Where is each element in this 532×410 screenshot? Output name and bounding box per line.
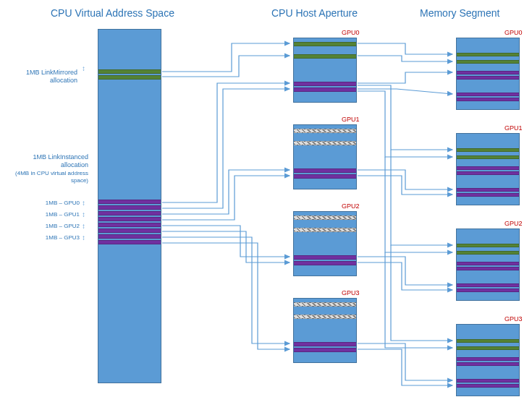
cpu-va-block (98, 29, 161, 383)
label-mirrored: 1MB LinkMirrored allocation (9, 69, 77, 85)
ms-gpu0-p0 (457, 71, 519, 74)
stripe-inst-gpu2-b (98, 229, 161, 233)
label-instanced-sub: (4MB in CPU virtual address space) (9, 170, 88, 184)
ha-gpu0-g1 (294, 54, 356, 59)
ms-gpu2-p3 (457, 289, 519, 292)
ms-gpu1-p0 (457, 166, 519, 170)
ha-gpu1-label: GPU1 (342, 116, 360, 123)
title-col3: Memory Segment (420, 7, 499, 19)
ms-gpu0-p1 (457, 76, 519, 80)
stripe-mirrored-0 (98, 69, 161, 74)
stripe-inst-gpu2-a (98, 223, 161, 227)
ha-gpu2-block (293, 211, 357, 276)
ha-gpu2-label: GPU2 (342, 202, 360, 210)
stripe-inst-gpu1-a (98, 211, 161, 215)
slot2-arrow: ↕ (82, 223, 85, 230)
arrows-overlay (0, 0, 532, 410)
ms-gpu1-block (456, 133, 520, 205)
ha-gpu2-p0 (294, 255, 356, 260)
ms-gpu3-block (456, 324, 520, 396)
ms-gpu1-p2 (457, 188, 519, 192)
stripe-mirrored-1 (98, 75, 161, 80)
ms-gpu0-block (456, 38, 520, 110)
label-slot-gpu2: 1MB – GPU2 (40, 223, 80, 229)
slot1-arrow: ↕ (82, 211, 85, 218)
ms-gpu1-g0 (457, 148, 519, 152)
slot0-arrow: ↕ (82, 200, 85, 207)
ms-gpu1-g1 (457, 155, 519, 159)
ha-gpu1-h1 (294, 141, 356, 145)
label-slot-gpu3: 1MB – GPU3 (40, 234, 80, 241)
mirrored-size-arrow: ↕ (82, 65, 85, 72)
ha-gpu2-h1 (294, 228, 356, 232)
ha-gpu1-p0 (294, 168, 356, 173)
ms-gpu0-g1 (457, 60, 519, 64)
ms-gpu1-label: GPU1 (504, 124, 523, 132)
ha-gpu1-h0 (294, 129, 356, 133)
label-slot-gpu1: 1MB – GPU1 (40, 211, 80, 218)
stripe-inst-gpu1-b (98, 217, 161, 221)
ms-gpu3-g0 (457, 339, 519, 343)
stripe-inst-gpu3-b (98, 240, 161, 244)
ha-gpu1-block (293, 124, 357, 189)
ha-gpu0-g0 (294, 42, 356, 46)
stripe-inst-gpu0-b (98, 205, 161, 210)
stripe-inst-gpu0-a (98, 200, 161, 204)
ms-gpu3-p3 (457, 384, 519, 388)
title-col2: CPU Host Aperture (271, 7, 358, 19)
ms-gpu2-p1 (457, 267, 519, 270)
ha-gpu0-p0 (294, 82, 356, 86)
ms-gpu1-p3 (457, 193, 519, 197)
ha-gpu3-p1 (294, 348, 356, 352)
label-instanced-title: 1MB LinkInstanced allocation (9, 153, 88, 169)
ms-gpu1-p1 (457, 171, 519, 175)
ms-gpu0-p3 (457, 98, 519, 101)
ha-gpu2-h0 (294, 215, 356, 220)
ha-gpu1-p1 (294, 174, 356, 179)
ms-gpu0-label: GPU0 (504, 29, 523, 36)
label-slot-gpu0: 1MB – GPU0 (40, 200, 80, 206)
ms-gpu2-g0 (457, 244, 519, 247)
ha-gpu3-block (293, 298, 357, 363)
ms-gpu2-g1 (457, 251, 519, 255)
ms-gpu0-p2 (457, 93, 519, 96)
ms-gpu3-p0 (457, 357, 519, 361)
ha-gpu0-p1 (294, 87, 356, 92)
ms-gpu0-g0 (457, 53, 519, 56)
ha-gpu3-label: GPU3 (342, 289, 360, 296)
title-col1: CPU Virtual Address Space (51, 7, 174, 19)
slot3-arrow: ↕ (82, 234, 85, 242)
ms-gpu2-p0 (457, 262, 519, 265)
ms-gpu2-p2 (457, 283, 519, 287)
ha-gpu3-p0 (294, 342, 356, 346)
ha-gpu2-p1 (294, 261, 356, 265)
ms-gpu3-g1 (457, 346, 519, 350)
ms-gpu3-p1 (457, 362, 519, 366)
ms-gpu2-block (456, 229, 520, 301)
ha-gpu0-block (293, 38, 357, 103)
ha-gpu0-label: GPU0 (342, 29, 360, 36)
ms-gpu3-p2 (457, 379, 519, 383)
ms-gpu2-label: GPU2 (504, 220, 523, 227)
ha-gpu3-h1 (294, 315, 356, 319)
stripe-inst-gpu3-a (98, 234, 161, 239)
ha-gpu3-h0 (294, 302, 356, 307)
ms-gpu3-label: GPU3 (504, 315, 523, 323)
